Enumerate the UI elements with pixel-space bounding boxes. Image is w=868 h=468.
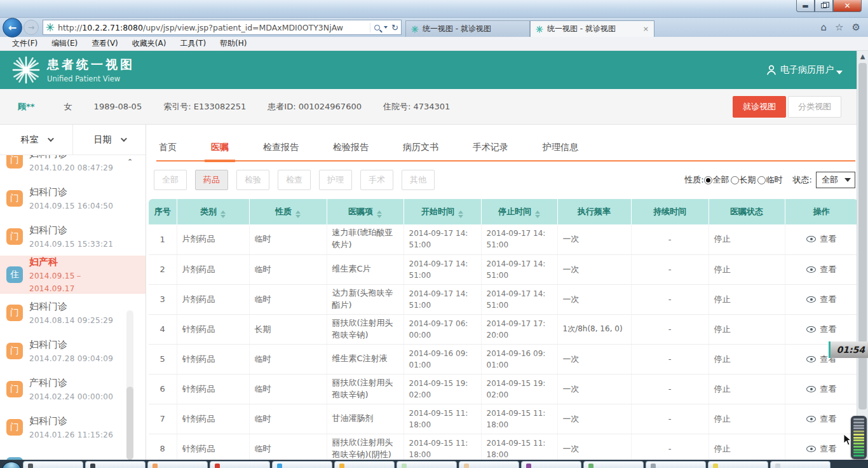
visit-item-selected[interactable]: 住 妇产科 2014.09.15－2014.09.17 [0,256,146,294]
department-filter-dropdown[interactable]: 科室 [0,125,73,155]
table-row: 4 针剂药品 长期 丽扶欣(注射用头孢呋辛钠) 2014-09-17 06:00… [149,314,858,344]
visit-item[interactable]: 门 妇科门诊 2014.08.14 09:25:29 [0,294,146,332]
cell-status: 停止 [709,314,785,344]
visit-item[interactable]: 门 妇科门诊 2014.09.15 16:04:50 [0,179,146,217]
taskbar-button[interactable] [272,461,332,468]
visit-title: 产科门诊 [29,377,67,389]
filter-lab-button[interactable]: 检验 [236,170,269,190]
cell-seq: 3 [149,284,177,314]
taskbar-button[interactable] [397,461,457,468]
visit-item[interactable]: 门 产科门诊 2014.02.24 00:00:00 [0,370,146,408]
category-view-button[interactable]: 分类视图 [788,96,841,118]
scroll-up-icon[interactable]: ▲ [857,51,868,62]
radio-all[interactable] [704,176,712,184]
visit-item[interactable]: 住 妇产科 [0,446,146,460]
sort-icon[interactable] [220,210,226,218]
view-order-link[interactable]: 查看 [806,443,836,455]
user-icon [765,64,778,76]
select-arrow-icon [844,178,851,182]
taskbar-button[interactable] [210,461,270,468]
radio-longterm[interactable] [731,176,739,184]
col-frequency: 执行频率 [557,199,631,224]
visit-item[interactable]: 门 妇科门诊 2014.10.20 08:47:29 [0,155,146,179]
filter-nursing-button[interactable]: 护理 [319,170,352,190]
tab-lab-reports[interactable]: 检验报告 [330,136,371,160]
search-icon[interactable] [374,25,380,31]
menu-help[interactable]: 帮助(H) [213,38,254,49]
favorites-star-icon[interactable]: ☆ [835,22,843,33]
taskbar-button[interactable] [708,461,768,468]
restore-button[interactable] [815,0,833,12]
taskbar-button[interactable] [583,461,644,468]
settings-gear-icon[interactable]: ⚙ [852,22,860,33]
taskbar-button[interactable] [334,461,395,468]
forward-button[interactable]: → [24,20,39,35]
browser-menubar: 文件(F) 编辑(E) 查看(V) 收藏夹(A) 工具(T) 帮助(H) [0,37,868,51]
menu-favorites[interactable]: 收藏夹(A) [125,38,173,49]
sort-icon[interactable] [458,210,463,218]
tab-exam-reports[interactable]: 检查报告 [261,136,301,160]
visit-item[interactable]: 门 妇科门诊 2014.01.26 11:15:26 [0,408,146,446]
view-order-link[interactable]: 查看 [806,233,836,245]
view-order-link[interactable]: 查看 [806,324,836,335]
back-button[interactable]: ← [3,18,22,38]
browser-tab-active[interactable]: 统一视图 - 就诊视图 × [530,20,654,37]
close-button[interactable]: ✕ [833,0,862,12]
cell-stop-time: 2014-09-15 19:02:00 [481,374,557,404]
outpatient-badge-icon: 门 [6,343,23,359]
minimize-button[interactable]: ▬ [796,0,815,12]
filter-exam-button[interactable]: 检查 [278,170,311,190]
home-icon[interactable]: ⌂ [821,22,827,33]
search-dropdown-icon[interactable] [384,26,388,29]
filter-other-button[interactable]: 其他 [402,170,435,190]
tab-close-icon[interactable]: × [643,25,649,33]
visit-list: 门 妇科门诊 2014.10.20 08:47:29 门 妇科门诊 2014.0… [0,155,146,460]
sidebar-scrollbar[interactable]: ⌃ [126,158,134,460]
menu-file[interactable]: 文件(F) [5,38,44,49]
sort-icon[interactable] [377,210,382,218]
user-menu[interactable]: 电子病历用户 [765,64,859,76]
tab-nursing-info[interactable]: 护理信息 [540,136,581,160]
filter-all-button[interactable]: 全部 [154,170,187,190]
visit-view-button[interactable]: 就诊视图 [733,96,786,118]
taskbar-button[interactable] [459,461,519,468]
status-select[interactable]: 全部 [816,172,855,188]
taskbar-button[interactable] [85,461,146,468]
taskbar-button[interactable] [521,461,581,468]
view-order-link[interactable]: 查看 [806,294,836,305]
view-order-link[interactable]: 查看 [806,264,836,275]
taskbar-button[interactable] [147,461,208,468]
menu-edit[interactable]: 编辑(E) [44,38,85,49]
table-row: 2 片剂药品 临时 维生素C片 2014-09-17 14:51:00 2014… [149,254,858,284]
visit-item[interactable]: 门 妇科门诊 2014.07.28 09:04:09 [0,332,146,370]
address-bar[interactable]: http://10.2.2.71:8080/upv/jsp/view.jsp?p… [43,20,402,35]
scroll-up-icon[interactable]: ⌃ [126,158,134,167]
start-button[interactable] [2,462,21,468]
taskbar-button[interactable] [770,461,831,468]
scrollbar-track[interactable] [126,310,133,460]
taskbar-button[interactable] [23,461,83,468]
browser-tab-inactive[interactable]: 统一视图 - 就诊视图 [405,20,530,37]
taskbar-button[interactable] [646,461,706,468]
refresh-icon[interactable]: ↻ [391,23,398,32]
tab-home[interactable]: 首页 [156,136,179,160]
tab-orders[interactable]: 医嘱 [208,136,231,160]
cell-order-item: 丽扶欣(注射用头孢呋辛钠)(阴性) [327,434,403,460]
tab-surgery-records[interactable]: 手术记录 [470,136,511,160]
visit-item[interactable]: 门 妇科门诊 2014.09.15 15:33:21 [0,217,146,256]
radio-temporary[interactable] [757,176,766,184]
date-filter-dropdown[interactable]: 日期 [73,125,146,155]
view-order-link[interactable]: 查看 [806,383,836,395]
scrollbar-thumb[interactable] [126,387,133,460]
filter-drug-button[interactable]: 药品 [195,170,228,190]
sort-icon[interactable] [535,210,540,218]
tab-medical-records[interactable]: 病历文书 [400,136,441,160]
menu-tools[interactable]: 工具(T) [173,38,213,49]
menu-view[interactable]: 查看(V) [85,38,125,49]
table-row: 6 针剂药品 临时 丽扶欣(注射用头孢呋辛钠) 2014-09-15 19:02… [149,374,858,404]
view-order-link[interactable]: 查看 [806,413,836,425]
sort-icon[interactable] [295,210,301,218]
filter-surgery-button[interactable]: 手术 [360,170,393,190]
page-scrollbar[interactable]: ▲ ▼ [857,51,868,460]
outpatient-badge-icon: 门 [6,155,23,169]
